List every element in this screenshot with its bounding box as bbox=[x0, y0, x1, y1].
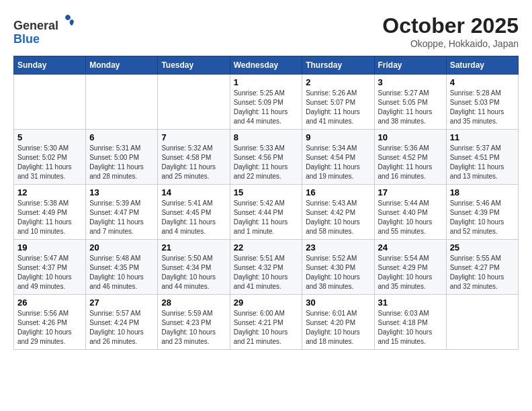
day-number: 16 bbox=[306, 187, 370, 197]
day-number: 13 bbox=[89, 187, 154, 197]
calendar-cell bbox=[158, 75, 230, 130]
calendar-cell: 23Sunrise: 5:52 AM Sunset: 4:30 PM Dayli… bbox=[302, 240, 374, 295]
calendar-cell: 25Sunrise: 5:55 AM Sunset: 4:27 PM Dayli… bbox=[446, 240, 518, 295]
day-info: Sunrise: 5:27 AM Sunset: 5:05 PM Dayligh… bbox=[378, 89, 443, 126]
week-row-3: 12Sunrise: 5:38 AM Sunset: 4:49 PM Dayli… bbox=[14, 185, 519, 240]
day-info: Sunrise: 5:46 AM Sunset: 4:39 PM Dayligh… bbox=[450, 199, 515, 236]
day-info: Sunrise: 5:59 AM Sunset: 4:23 PM Dayligh… bbox=[161, 309, 226, 347]
weekday-thursday: Thursday bbox=[302, 56, 374, 75]
day-info: Sunrise: 5:39 AM Sunset: 4:47 PM Dayligh… bbox=[89, 199, 154, 236]
day-number: 12 bbox=[17, 187, 82, 197]
day-number: 17 bbox=[378, 187, 443, 197]
day-number: 9 bbox=[306, 132, 370, 142]
page-header: General Blue October 2025 Okoppe, Hokkai… bbox=[13, 13, 519, 49]
calendar-cell bbox=[86, 75, 158, 130]
day-info: Sunrise: 5:57 AM Sunset: 4:24 PM Dayligh… bbox=[89, 309, 154, 347]
calendar-cell: 14Sunrise: 5:41 AM Sunset: 4:45 PM Dayli… bbox=[158, 185, 230, 240]
day-number: 22 bbox=[234, 242, 299, 253]
day-number: 7 bbox=[161, 132, 226, 142]
calendar-cell: 2Sunrise: 5:26 AM Sunset: 5:07 PM Daylig… bbox=[302, 75, 374, 130]
day-number: 19 bbox=[17, 242, 82, 253]
calendar-cell bbox=[446, 295, 518, 350]
weekday-monday: Monday bbox=[86, 56, 158, 75]
day-number: 23 bbox=[306, 242, 370, 253]
day-info: Sunrise: 5:42 AM Sunset: 4:44 PM Dayligh… bbox=[234, 199, 299, 236]
calendar-cell: 28Sunrise: 5:59 AM Sunset: 4:23 PM Dayli… bbox=[158, 295, 230, 350]
day-number: 8 bbox=[234, 132, 299, 142]
day-number: 3 bbox=[378, 77, 443, 87]
calendar-cell: 22Sunrise: 5:51 AM Sunset: 4:32 PM Dayli… bbox=[230, 240, 302, 295]
day-number: 25 bbox=[450, 242, 515, 253]
day-number: 28 bbox=[161, 298, 226, 308]
calendar-cell: 31Sunrise: 6:03 AM Sunset: 4:18 PM Dayli… bbox=[374, 295, 446, 350]
day-number: 15 bbox=[234, 187, 299, 197]
day-info: Sunrise: 5:26 AM Sunset: 5:07 PM Dayligh… bbox=[306, 89, 370, 126]
day-info: Sunrise: 5:38 AM Sunset: 4:49 PM Dayligh… bbox=[17, 199, 82, 236]
logo: General Blue bbox=[13, 13, 76, 46]
day-number: 14 bbox=[161, 187, 226, 197]
day-info: Sunrise: 5:31 AM Sunset: 5:00 PM Dayligh… bbox=[89, 144, 154, 181]
calendar-cell: 7Sunrise: 5:32 AM Sunset: 4:58 PM Daylig… bbox=[158, 130, 230, 185]
day-number: 26 bbox=[17, 298, 82, 308]
weekday-header-row: SundayMondayTuesdayWednesdayThursdayFrid… bbox=[14, 56, 519, 75]
calendar-cell: 21Sunrise: 5:50 AM Sunset: 4:34 PM Dayli… bbox=[158, 240, 230, 295]
day-number: 29 bbox=[234, 298, 299, 308]
calendar-cell: 17Sunrise: 5:44 AM Sunset: 4:40 PM Dayli… bbox=[374, 185, 446, 240]
day-info: Sunrise: 5:50 AM Sunset: 4:34 PM Dayligh… bbox=[161, 254, 226, 291]
calendar-cell: 19Sunrise: 5:47 AM Sunset: 4:37 PM Dayli… bbox=[14, 240, 86, 295]
calendar-cell: 26Sunrise: 5:56 AM Sunset: 4:26 PM Dayli… bbox=[14, 295, 86, 350]
day-info: Sunrise: 5:56 AM Sunset: 4:26 PM Dayligh… bbox=[17, 309, 82, 347]
day-number: 6 bbox=[89, 132, 154, 142]
calendar-cell: 3Sunrise: 5:27 AM Sunset: 5:05 PM Daylig… bbox=[374, 75, 446, 130]
weekday-friday: Friday bbox=[374, 56, 446, 75]
calendar-cell: 18Sunrise: 5:46 AM Sunset: 4:39 PM Dayli… bbox=[446, 185, 518, 240]
calendar-cell: 27Sunrise: 5:57 AM Sunset: 4:24 PM Dayli… bbox=[86, 295, 158, 350]
calendar-cell: 8Sunrise: 5:33 AM Sunset: 4:56 PM Daylig… bbox=[230, 130, 302, 185]
day-number: 5 bbox=[17, 132, 82, 142]
week-row-4: 19Sunrise: 5:47 AM Sunset: 4:37 PM Dayli… bbox=[14, 240, 519, 295]
day-info: Sunrise: 5:37 AM Sunset: 4:51 PM Dayligh… bbox=[450, 144, 515, 181]
calendar-cell: 9Sunrise: 5:34 AM Sunset: 4:54 PM Daylig… bbox=[302, 130, 374, 185]
weekday-saturday: Saturday bbox=[446, 56, 518, 75]
calendar-cell: 15Sunrise: 5:42 AM Sunset: 4:44 PM Dayli… bbox=[230, 185, 302, 240]
day-number: 31 bbox=[378, 298, 443, 308]
day-info: Sunrise: 6:00 AM Sunset: 4:21 PM Dayligh… bbox=[234, 309, 299, 347]
logo-icon bbox=[60, 13, 76, 30]
day-info: Sunrise: 5:55 AM Sunset: 4:27 PM Dayligh… bbox=[450, 254, 515, 291]
day-number: 24 bbox=[378, 242, 443, 253]
day-info: Sunrise: 5:44 AM Sunset: 4:40 PM Dayligh… bbox=[378, 199, 443, 236]
calendar-cell bbox=[14, 75, 86, 130]
logo-blue: Blue bbox=[13, 32, 40, 46]
day-info: Sunrise: 6:03 AM Sunset: 4:18 PM Dayligh… bbox=[378, 309, 443, 347]
day-number: 1 bbox=[234, 77, 299, 87]
calendar-cell: 11Sunrise: 5:37 AM Sunset: 4:51 PM Dayli… bbox=[446, 130, 518, 185]
day-info: Sunrise: 5:54 AM Sunset: 4:29 PM Dayligh… bbox=[378, 254, 443, 291]
location: Okoppe, Hokkaido, Japan bbox=[382, 38, 519, 49]
day-number: 4 bbox=[450, 77, 515, 87]
day-info: Sunrise: 6:01 AM Sunset: 4:20 PM Dayligh… bbox=[306, 309, 370, 347]
weekday-wednesday: Wednesday bbox=[230, 56, 302, 75]
calendar-cell: 16Sunrise: 5:43 AM Sunset: 4:42 PM Dayli… bbox=[302, 185, 374, 240]
title-block: October 2025 Okoppe, Hokkaido, Japan bbox=[382, 13, 519, 49]
day-number: 18 bbox=[450, 187, 515, 197]
calendar-cell: 1Sunrise: 5:25 AM Sunset: 5:09 PM Daylig… bbox=[230, 75, 302, 130]
day-number: 20 bbox=[89, 242, 154, 253]
day-info: Sunrise: 5:48 AM Sunset: 4:35 PM Dayligh… bbox=[89, 254, 154, 291]
day-info: Sunrise: 5:51 AM Sunset: 4:32 PM Dayligh… bbox=[234, 254, 299, 291]
calendar: SundayMondayTuesdayWednesdayThursdayFrid… bbox=[13, 56, 519, 350]
calendar-cell: 12Sunrise: 5:38 AM Sunset: 4:49 PM Dayli… bbox=[14, 185, 86, 240]
day-info: Sunrise: 5:52 AM Sunset: 4:30 PM Dayligh… bbox=[306, 254, 370, 291]
day-number: 10 bbox=[378, 132, 443, 142]
calendar-cell: 29Sunrise: 6:00 AM Sunset: 4:21 PM Dayli… bbox=[230, 295, 302, 350]
day-info: Sunrise: 5:30 AM Sunset: 5:02 PM Dayligh… bbox=[17, 144, 82, 181]
day-info: Sunrise: 5:34 AM Sunset: 4:54 PM Dayligh… bbox=[306, 144, 370, 181]
week-row-1: 1Sunrise: 5:25 AM Sunset: 5:09 PM Daylig… bbox=[14, 75, 519, 130]
day-info: Sunrise: 5:43 AM Sunset: 4:42 PM Dayligh… bbox=[306, 199, 370, 236]
day-number: 27 bbox=[89, 298, 154, 308]
calendar-cell: 13Sunrise: 5:39 AM Sunset: 4:47 PM Dayli… bbox=[86, 185, 158, 240]
day-number: 30 bbox=[306, 298, 370, 308]
week-row-2: 5Sunrise: 5:30 AM Sunset: 5:02 PM Daylig… bbox=[14, 130, 519, 185]
day-info: Sunrise: 5:36 AM Sunset: 4:52 PM Dayligh… bbox=[378, 144, 443, 181]
weekday-tuesday: Tuesday bbox=[158, 56, 230, 75]
day-info: Sunrise: 5:33 AM Sunset: 4:56 PM Dayligh… bbox=[234, 144, 299, 181]
